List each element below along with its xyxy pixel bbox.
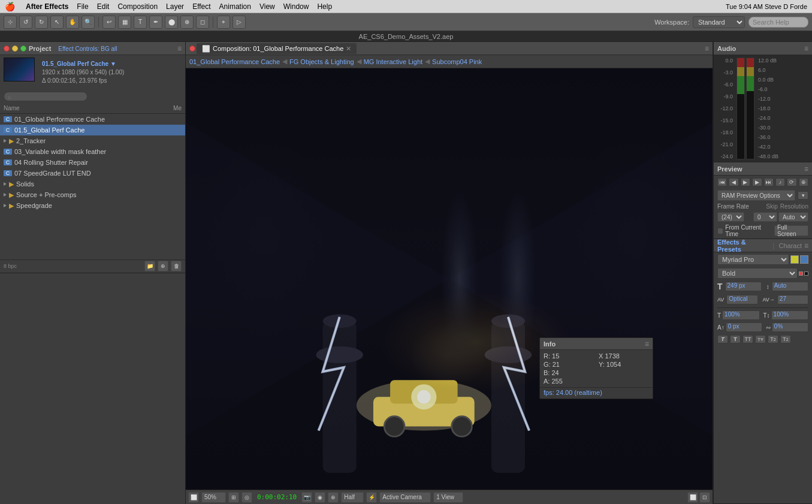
toolbar-zoom-tool[interactable]: 🔍: [81, 16, 95, 29]
comp-tab-close[interactable]: ✕: [346, 45, 351, 53]
menu-animation[interactable]: Animation: [219, 2, 251, 11]
toolbar-camera-tool[interactable]: ▦: [118, 16, 131, 29]
pixel-aspect-button[interactable]: ⊡: [699, 492, 710, 503]
toolbar-pen-tool[interactable]: ✒: [149, 16, 162, 29]
fast-preview-button[interactable]: ⚡: [366, 492, 377, 503]
toolbar-btn-2[interactable]: ↺: [19, 16, 32, 29]
apple-menu[interactable]: 🍎: [5, 2, 15, 11]
faux-bold-button[interactable]: T: [730, 335, 741, 343]
comp-panel-menu[interactable]: ≡: [705, 44, 709, 53]
breadcrumb-item-2[interactable]: FG Objects & Lighting: [289, 58, 354, 65]
new-folder-button[interactable]: 📁: [144, 261, 155, 271]
from-current-time-checkbox[interactable]: [717, 228, 723, 234]
vert-scale-input[interactable]: 100%: [771, 310, 808, 320]
effects-presets-tab[interactable]: Effects & Presets: [717, 239, 769, 253]
full-screen-button[interactable]: Full Screen: [774, 225, 808, 236]
info-menu-button[interactable]: ≡: [645, 340, 649, 348]
grid-button[interactable]: ⊞: [228, 492, 239, 503]
camera-dropdown[interactable]: Active Camera: [379, 492, 431, 503]
font-style-dropdown[interactable]: Bold: [717, 268, 798, 279]
toolbar-select-tool[interactable]: ↖: [50, 16, 64, 29]
font-family-dropdown[interactable]: Myriad Pro: [717, 254, 789, 265]
kerning-type-input[interactable]: Optical: [726, 295, 757, 304]
list-item[interactable]: C 01_Global Performance Cache: [0, 114, 185, 125]
loop-button[interactable]: ⟳: [787, 178, 796, 186]
tracking-input[interactable]: 27: [777, 295, 808, 304]
all-caps-button[interactable]: TT: [742, 335, 753, 343]
toolbar-btn-3[interactable]: ↻: [35, 16, 48, 29]
menu-view[interactable]: View: [259, 2, 275, 11]
frame-rate-dropdown[interactable]: (24): [717, 212, 744, 222]
toolbar-puppet-tool[interactable]: ⌖: [217, 16, 230, 29]
audio-toggle-button[interactable]: ♪: [775, 178, 785, 186]
delete-button[interactable]: 🗑: [171, 261, 182, 271]
toolbar-btn-1[interactable]: ⊹: [4, 16, 17, 29]
list-item[interactable]: ▶ 2_Tracker: [0, 135, 185, 146]
baseline-shift-input[interactable]: 0 px: [726, 322, 762, 332]
superscript-button[interactable]: T2: [768, 335, 778, 343]
search-help-input[interactable]: [748, 17, 808, 28]
toolbar-eraser-tool[interactable]: ◻: [196, 16, 209, 29]
stroke-color-small[interactable]: [804, 271, 808, 276]
font-color-swatch[interactable]: [790, 255, 799, 264]
resolution-dropdown[interactable]: Auto: [778, 212, 808, 222]
menu-window[interactable]: Window: [283, 2, 309, 11]
step-forward-button[interactable]: ▶: [752, 178, 762, 186]
menu-edit[interactable]: Edit: [97, 2, 110, 11]
project-search-input[interactable]: [4, 92, 87, 101]
italic-button[interactable]: T: [717, 335, 728, 343]
list-item[interactable]: ▶ Source + Pre-comps: [0, 189, 185, 200]
menu-file[interactable]: File: [77, 2, 88, 11]
list-item[interactable]: ▶ Solids: [0, 179, 185, 189]
render-button[interactable]: ◉: [315, 492, 325, 503]
comp-close[interactable]: [189, 46, 195, 52]
breadcrumb-item-4[interactable]: Subcomp04 Pink: [432, 58, 482, 65]
ram-preview-settings-button[interactable]: ▾: [798, 191, 808, 200]
toolbar-clone-tool[interactable]: ⊕: [180, 16, 194, 29]
workspace-dropdown[interactable]: Standard: [693, 16, 745, 28]
horiz-scale-input[interactable]: 100%: [722, 310, 759, 320]
toolbar-rotate-tool[interactable]: ↩: [102, 16, 116, 29]
audio-menu-button[interactable]: ≡: [804, 44, 808, 53]
small-caps-button[interactable]: Tᴛ: [755, 335, 766, 343]
step-back-button[interactable]: ◀: [729, 178, 738, 186]
list-item[interactable]: ▶ Speedgrade: [0, 200, 185, 211]
list-item[interactable]: C 04 Rolling Shutter Repair: [0, 157, 185, 168]
transparency-button[interactable]: ⬜: [687, 492, 698, 503]
effect-controls-tab[interactable]: Effect Controls: BG all: [58, 45, 117, 52]
toolbar-shape-tool[interactable]: ▷: [233, 16, 246, 29]
zoom-dropdown[interactable]: 50%: [201, 492, 226, 503]
effects-menu-button[interactable]: ≡: [804, 242, 808, 250]
leading-input[interactable]: Auto: [772, 282, 808, 291]
play-button[interactable]: ▶: [741, 178, 750, 186]
menu-composition[interactable]: Composition: [117, 2, 158, 11]
view-dropdown[interactable]: 1 View: [433, 492, 463, 503]
list-item[interactable]: C 07 SpeedGrade LUT END: [0, 168, 185, 179]
from-current-time-label[interactable]: From Current Time: [717, 224, 772, 237]
fill-color-small[interactable]: [799, 271, 803, 276]
list-item[interactable]: C 03_Variable width mask feather: [0, 146, 185, 157]
goto-end-button[interactable]: ⏭: [764, 178, 774, 186]
comp-tab-main[interactable]: ⬜ Composition: 01_Global Performance Cac…: [197, 43, 357, 54]
breadcrumb-item-1[interactable]: 01_Global Performance Cache: [189, 58, 280, 65]
toolbar-hand-tool[interactable]: ✋: [66, 16, 79, 29]
project-menu-button[interactable]: ≡: [177, 44, 182, 53]
channel-button[interactable]: ⊕: [328, 492, 339, 503]
mask-button[interactable]: ◎: [242, 492, 252, 503]
list-item[interactable]: C 01.5_Global Perf Cache: [0, 125, 185, 135]
snap-button[interactable]: 📷: [301, 492, 312, 503]
menu-after-effects[interactable]: After Effects: [26, 2, 68, 11]
menu-effect[interactable]: Effect: [192, 2, 210, 11]
goto-start-button[interactable]: ⏮: [717, 178, 727, 186]
maximize-button[interactable]: [20, 46, 26, 52]
skip-dropdown[interactable]: 0: [753, 212, 777, 222]
character-tab[interactable]: Charact: [778, 242, 802, 249]
tsumi-input[interactable]: 0%: [772, 322, 808, 332]
ram-preview-button[interactable]: ⊕: [799, 178, 808, 186]
close-button[interactable]: [4, 46, 10, 52]
preview-menu-button[interactable]: ≡: [804, 165, 808, 173]
font-size-input[interactable]: 249 px: [725, 282, 762, 291]
reset-view-button[interactable]: ⬜: [188, 492, 199, 503]
minimize-button[interactable]: [12, 46, 18, 52]
menu-layer[interactable]: Layer: [166, 2, 184, 11]
